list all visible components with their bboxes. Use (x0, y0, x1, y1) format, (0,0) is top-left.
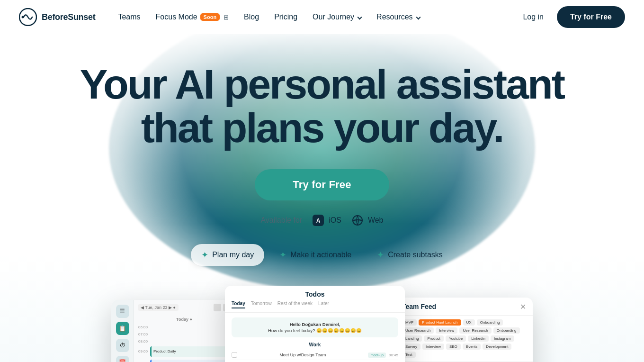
tag-onboarding-2[interactable]: Onboarding (493, 327, 520, 334)
web-icon (351, 214, 364, 227)
hero-title: Your AI personal assistant that plans yo… (80, 63, 564, 150)
app-header-bar: ◀ Tue, Jan 23 ▶ ● (138, 304, 231, 311)
tag-user-research[interactable]: User Research (402, 327, 434, 334)
tag-product-hunt[interactable]: Product Hunt Launch (419, 319, 461, 326)
nav-link-our-journey[interactable]: Our Journey (307, 9, 367, 25)
app-sidebar-left: ☰ 📋 ⏱ 📅 📊 (111, 300, 134, 362)
tag-linkedin[interactable]: Linkedin (468, 335, 489, 342)
tag-landing[interactable]: Landing (402, 335, 422, 342)
svg-point-1 (22, 16, 24, 18)
sidebar-nav-icon-planning: 📅 (116, 356, 129, 362)
navigation: BeforeSunset Teams Focus Mode Soon ⊞ Blo… (0, 0, 644, 34)
team-tags-area: MVP Product Hunt Launch UX Onboarding Us… (395, 316, 533, 362)
todos-title: Todos (232, 290, 398, 298)
app-date-label: ◀ Tue, Jan 23 ▶ ● (138, 304, 179, 311)
svg-text:A: A (316, 217, 321, 224)
tag-interview[interactable]: Interview (436, 327, 457, 334)
tab-create-subtasks[interactable]: ✦ Create subtasks (367, 244, 453, 266)
todos-tab-later[interactable]: Later (318, 301, 329, 308)
sidebar-nav-icon-todos: 📋 (116, 322, 129, 335)
tab-plan-my-day[interactable]: ✦ Plan my day (191, 244, 264, 266)
tag-events[interactable]: Events (463, 344, 481, 350)
screenshot-left: ☰ 📋 ⏱ 📅 📊 ◀ Tue, Jan 23 ▶ ● (111, 300, 234, 362)
todos-header: Todos Today Tomorrow Rest of the week La… (225, 286, 405, 313)
ai-greeting: Hello Doğukan Demirel, How do you feel t… (232, 317, 398, 338)
tag-ux[interactable]: UX (463, 319, 475, 326)
nav-link-pricing[interactable]: Pricing (268, 9, 303, 25)
task-product-daily: Product Daily (150, 346, 231, 357)
tag-user-research-2[interactable]: User Research (459, 327, 491, 334)
time-row-0600: 06:00 (138, 325, 231, 329)
hero-section: Your AI personal assistant that plans yo… (0, 34, 644, 362)
nav-link-focus-mode[interactable]: Focus Mode Soon ⊞ (150, 9, 235, 25)
logo[interactable]: BeforeSunset (19, 8, 95, 26)
app-section-today: Today ● (138, 317, 231, 322)
try-for-free-hero-button[interactable]: Try for Free (255, 169, 389, 200)
plan-icon: ✦ (201, 250, 208, 260)
nav-icon-1 (214, 304, 221, 311)
time-row-0900: 09:00 Product Daily (138, 346, 231, 357)
screenshot-right: Team Feed ✕ MVP Product Hunt Launch UX O… (395, 298, 533, 362)
logo-icon (19, 8, 37, 26)
todos-body: Hello Doğukan Demirel, How do you feel t… (225, 313, 405, 362)
actionable-icon: ✦ (279, 250, 286, 260)
nav-right: Log in Try for Free (517, 6, 625, 28)
available-for-row: Available for A iOS (260, 214, 383, 227)
tag-product[interactable]: Product (424, 335, 444, 342)
web-badge: Web (351, 214, 384, 227)
ios-icon: A (312, 214, 325, 227)
hero-content: Your AI personal assistant that plans yo… (0, 34, 644, 362)
todo-item-1: Meet Up w/Design Team meet-up 00:45 (232, 350, 398, 360)
app-main-area: ◀ Tue, Jan 23 ▶ ● Today ● 06:00 07:00 (134, 300, 234, 362)
ios-badge: A iOS (312, 214, 341, 227)
time-row-0800: 08:00 (138, 339, 231, 344)
tag-instagram[interactable]: Instagram (491, 335, 514, 342)
sidebar-nav-icon-history: ⏱ (116, 339, 129, 352)
time-row-1000: 11:00 Review user feedback (138, 360, 231, 362)
chevron-down-icon-resources (416, 15, 420, 19)
tag-interview-2[interactable]: Interview (422, 344, 444, 350)
todos-tab-week[interactable]: Rest of the week (277, 301, 313, 308)
todos-tabs: Today Tomorrow Rest of the week Later (232, 301, 398, 308)
feature-tabs: ✦ Plan my day ✦ Make it actionable ✦ Cre… (191, 244, 453, 266)
focus-mode-icon: ⊞ (224, 14, 229, 21)
team-header: Team Feed ✕ (395, 298, 533, 316)
try-for-free-nav-button[interactable]: Try for Free (557, 6, 625, 28)
close-icon[interactable]: ✕ (520, 302, 526, 311)
todo-checkbox-1[interactable] (232, 352, 237, 358)
nav-link-blog[interactable]: Blog (238, 9, 265, 25)
team-feed-mock: Team Feed ✕ MVP Product Hunt Launch UX O… (395, 298, 533, 362)
chevron-down-icon (358, 15, 362, 19)
tag-development[interactable]: Development (483, 344, 511, 350)
screenshot-center: Todos Today Tomorrow Rest of the week La… (225, 286, 405, 362)
todos-tab-tomorrow[interactable]: Tomorrow (251, 301, 272, 308)
subtasks-icon: ✦ (377, 250, 384, 260)
soon-badge: Soon (200, 13, 220, 21)
nav-link-teams[interactable]: Teams (112, 9, 146, 25)
tag-youtube[interactable]: Youtube (446, 335, 466, 342)
app-sidebar-mock: ☰ 📋 ⏱ 📅 📊 ◀ Tue, Jan 23 ▶ ● (111, 300, 234, 362)
brand-name: BeforeSunset (42, 12, 95, 22)
tag-seo[interactable]: SEO (446, 344, 461, 350)
sidebar-nav-icon-1: ☰ (116, 305, 129, 318)
screenshots-row: ☰ 📋 ⏱ 📅 📊 ◀ Tue, Jan 23 ▶ ● (0, 286, 644, 362)
todos-work-header: Work (232, 342, 398, 347)
log-in-button[interactable]: Log in (517, 9, 549, 25)
nav-left: BeforeSunset Teams Focus Mode Soon ⊞ Blo… (19, 8, 426, 26)
todo-tag-meetup: meet-up (368, 353, 386, 358)
team-feed-title: Team Feed (402, 303, 436, 310)
tab-make-it-actionable[interactable]: ✦ Make it actionable (269, 244, 362, 266)
nav-links: Teams Focus Mode Soon ⊞ Blog Pricing Our… (112, 9, 425, 25)
nav-link-resources[interactable]: Resources (371, 9, 425, 25)
task-review: Review user feedback (150, 360, 231, 362)
tag-onboarding[interactable]: Onboarding (477, 319, 503, 326)
todos-tab-today[interactable]: Today (232, 301, 245, 308)
todos-mock: Todos Today Tomorrow Rest of the week La… (225, 286, 405, 362)
time-row-0700: 07:00 (138, 332, 231, 336)
